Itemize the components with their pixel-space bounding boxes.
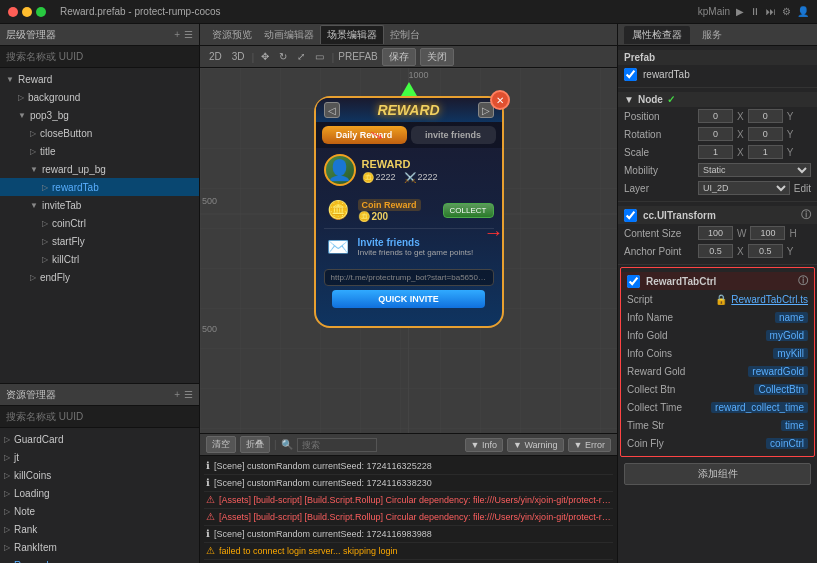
tree-item-endfly[interactable]: ▷ endFly [0, 268, 199, 286]
scene-rect-btn[interactable]: ▭ [312, 50, 327, 63]
minimize-dot[interactable] [22, 7, 32, 17]
reward-ctrl-checkbox[interactable] [627, 275, 640, 288]
info-gold-value[interactable]: myGold [766, 330, 808, 341]
asset-guardcard[interactable]: ▷ GuardCard [0, 430, 199, 448]
console-line-3[interactable]: ⚠ [Assets] [build-script] [Build.Script.… [204, 509, 613, 526]
console-clear-btn[interactable]: 清空 [206, 436, 236, 453]
tab-assets-preview[interactable]: 资源预览 [206, 26, 258, 44]
maximize-dot[interactable] [36, 7, 46, 17]
tree-item-killctrl[interactable]: ▷ killCtrl [0, 250, 199, 268]
console-line-0[interactable]: ℹ [Scene] customRandom currentSeed: 1724… [204, 458, 613, 475]
position-x-input[interactable] [698, 109, 733, 123]
filter-info-btn[interactable]: ▼ Info [465, 438, 503, 452]
scene-scale-btn[interactable]: ⤢ [294, 50, 308, 63]
reward-tab-ctrl-header[interactable]: RewardTabCtrl ⓘ [621, 272, 814, 290]
collect-time-value[interactable]: reward_collect_time [711, 402, 808, 413]
user-icon[interactable]: 👤 [797, 6, 809, 17]
asset-killcoins[interactable]: ▷ killCoins [0, 466, 199, 484]
anchor-y-input[interactable] [748, 244, 783, 258]
assets-menu-icon[interactable]: ☰ [184, 389, 193, 400]
info-gold-key: Info Gold [627, 330, 762, 341]
anchor-x-input[interactable] [698, 244, 733, 258]
close-dot[interactable] [8, 7, 18, 17]
console-collapse-btn[interactable]: 折叠 [240, 436, 270, 453]
invite-friends-tab[interactable]: invite friends [411, 126, 496, 144]
uitransform-checkbox[interactable] [624, 209, 637, 222]
scene-2d-btn[interactable]: 2D [206, 50, 225, 63]
save-btn[interactable]: 保存 [382, 48, 416, 66]
edit-icon[interactable]: Edit [794, 183, 811, 194]
scene-move-btn[interactable]: ✥ [258, 50, 272, 63]
add-component-btn[interactable]: 添加组件 [624, 463, 811, 485]
coin-fly-value[interactable]: coinCtrl [766, 438, 808, 449]
time-str-value[interactable]: time [781, 420, 808, 431]
prefab-checkbox[interactable] [624, 68, 637, 81]
uitransform-section: cc.UITransform ⓘ Content Size W H Anchor… [618, 202, 817, 265]
pause-icon[interactable]: ⏸ [750, 6, 760, 17]
assets-search-input[interactable] [0, 406, 199, 428]
console-line-4[interactable]: ℹ [Scene] customRandom currentSeed: 1724… [204, 526, 613, 543]
close-btn[interactable]: 关闭 [420, 48, 454, 66]
tab-animation-editor[interactable]: 动画编辑器 [258, 26, 320, 44]
tree-item-closebutton[interactable]: ▷ closeButton [0, 124, 199, 142]
scale-y-input[interactable] [748, 145, 783, 159]
asset-note[interactable]: ▷ Note [0, 502, 199, 520]
daily-reward-tab[interactable]: Daily Reward [322, 126, 407, 144]
filter-warning-btn[interactable]: ▼ Warning [507, 438, 564, 452]
scene-rotate-btn[interactable]: ↻ [276, 50, 290, 63]
tab-services[interactable]: 服务 [694, 26, 730, 44]
collect-btn-value[interactable]: CollectBtn [754, 384, 808, 395]
assets-add-icon[interactable]: + [174, 389, 180, 400]
tree-item-pop3bg[interactable]: ▼ pop3_bg [0, 106, 199, 124]
console-search-icon: 🔍 [281, 439, 293, 450]
info-name-value[interactable]: name [775, 312, 808, 323]
content-w-input[interactable] [698, 226, 733, 240]
info-coins-value[interactable]: myKill [773, 348, 808, 359]
asset-rank[interactable]: ▷ Rank [0, 520, 199, 538]
asset-rankitem[interactable]: ▷ RankItem [0, 538, 199, 556]
tree-item-reward[interactable]: ▼ Reward [0, 70, 199, 88]
reward-gold-value[interactable]: rewardGold [748, 366, 808, 377]
console-line-5[interactable]: ⚠ failed to connect login server... skip… [204, 543, 613, 560]
rotation-y-input[interactable] [748, 127, 783, 141]
collect-btn-row: Collect Btn CollectBtn [621, 380, 814, 398]
collect-btn[interactable]: COLLECT [443, 203, 494, 218]
quick-invite-btn[interactable]: QUICK INVITE [332, 290, 485, 308]
tab-inspector[interactable]: 属性检查器 [624, 26, 690, 44]
hierarchy-menu-icon[interactable]: ☰ [184, 29, 193, 40]
tree-item-coinctrl[interactable]: ▷ coinCtrl [0, 214, 199, 232]
tree-item-startfly[interactable]: ▷ startFly [0, 232, 199, 250]
reward-nav-prev[interactable]: ◁ [324, 102, 340, 118]
layer-select[interactable]: UI_2D [698, 181, 790, 195]
play-icon[interactable]: ▶ [736, 6, 744, 17]
console-search-input[interactable] [297, 438, 377, 452]
asset-reward[interactable]: ▷ Reward [0, 556, 199, 563]
tree-item-invitetab[interactable]: ▼ inviteTab [0, 196, 199, 214]
tab-console[interactable]: 控制台 [384, 26, 426, 44]
position-y-input[interactable] [748, 109, 783, 123]
step-icon[interactable]: ⏭ [766, 6, 776, 17]
settings-icon[interactable]: ⚙ [782, 6, 791, 17]
console-line-2[interactable]: ⚠ [Assets] [build-script] [Build.Script.… [204, 492, 613, 509]
rotation-x-input[interactable] [698, 127, 733, 141]
script-value[interactable]: RewardTabCtrl.ts [731, 294, 808, 305]
tree-item-title[interactable]: ▷ title [0, 142, 199, 160]
tree-item-background[interactable]: ▷ background [0, 88, 199, 106]
scene-3d-btn[interactable]: 3D [229, 50, 248, 63]
mobility-select[interactable]: Static [698, 163, 811, 177]
asset-jt[interactable]: ▷ jt [0, 448, 199, 466]
console-line-1[interactable]: ℹ [Scene] customRandom currentSeed: 1724… [204, 475, 613, 492]
tab-scene-editor[interactable]: 场景编辑器 [320, 25, 384, 44]
tree-item-rewardtab[interactable]: ▷ rewardTab [0, 178, 199, 196]
scale-x-input[interactable] [698, 145, 733, 159]
node-header[interactable]: ▼ Node ✓ [618, 92, 817, 107]
hierarchy-search-input[interactable] [0, 46, 199, 68]
hierarchy-add-icon[interactable]: + [174, 29, 180, 40]
content-h-input[interactable] [750, 226, 785, 240]
filter-error-btn[interactable]: ▼ Error [568, 438, 611, 452]
uitransform-header[interactable]: cc.UITransform ⓘ [618, 206, 817, 224]
asset-loading[interactable]: ▷ Loading [0, 484, 199, 502]
reward-close-btn[interactable]: ✕ [490, 90, 510, 110]
tree-item-reward-up-bg[interactable]: ▼ reward_up_bg [0, 160, 199, 178]
invite-info: Invite friends Invite friends to get gam… [358, 237, 494, 257]
